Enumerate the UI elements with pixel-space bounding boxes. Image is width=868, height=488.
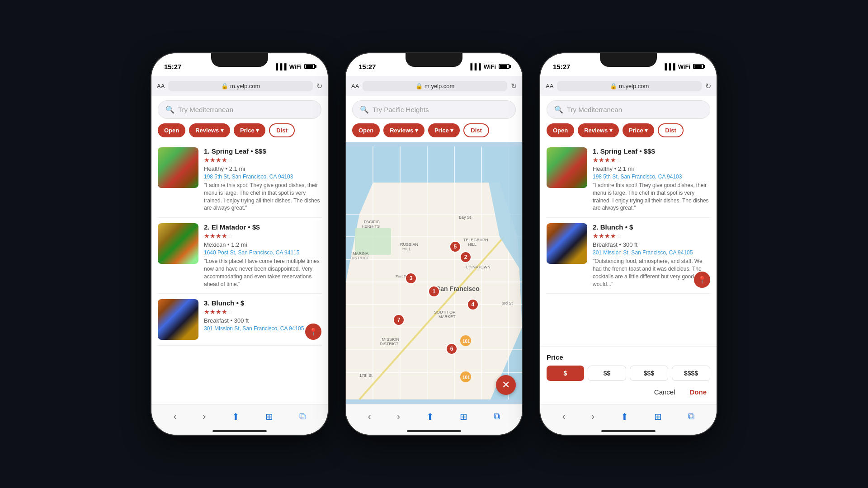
- filter-open-left[interactable]: Open: [158, 123, 185, 137]
- map-pin-6[interactable]: 6: [446, 343, 458, 355]
- filter-price-left[interactable]: Price ▾: [234, 123, 265, 137]
- bookmarks-btn-middle[interactable]: ⊞: [456, 409, 471, 424]
- bookmarks-btn-left[interactable]: ⊞: [262, 409, 277, 424]
- browser-bar-left[interactable]: AA 🔒 m.yelp.com ↻: [151, 76, 328, 96]
- svg-text:HEIGHTS: HEIGHTS: [362, 224, 380, 229]
- svg-text:MARKET: MARKET: [439, 314, 456, 319]
- lock-icon-left: 🔒: [221, 83, 228, 89]
- restaurant-item-left-3[interactable]: 3. Blunch • $ ★★★★☆ Breakfast • 300 ft 3…: [158, 294, 321, 346]
- map-pin-3[interactable]: 3: [405, 272, 417, 284]
- browser-url-right[interactable]: 🔒 m.yelp.com: [557, 81, 702, 91]
- filter-reviews-left[interactable]: Reviews ▾: [189, 123, 230, 137]
- price-btn-1[interactable]: $: [547, 366, 584, 381]
- time-left: 15:27: [164, 63, 181, 70]
- svg-text:DISTRICT: DISTRICT: [380, 342, 399, 346]
- stars-left-3: ★★★★☆: [204, 308, 321, 315]
- back-btn-left[interactable]: ‹: [170, 409, 180, 423]
- reload-button-middle[interactable]: ↻: [511, 82, 517, 90]
- map-pin-5[interactable]: 5: [449, 241, 461, 253]
- search-icon-middle: 🔍: [360, 105, 369, 114]
- restaurant-name-left-1: 1. Spring Leaf • $$$: [204, 147, 321, 155]
- signal-icon-right: ▐▐▐: [663, 63, 675, 70]
- reload-button-left[interactable]: ↻: [316, 82, 322, 90]
- svg-text:HILL: HILL: [402, 247, 411, 251]
- filter-reviews-middle[interactable]: Reviews ▾: [383, 123, 425, 137]
- tabs-btn-middle[interactable]: ⧉: [490, 409, 504, 423]
- svg-text:DISTRICT: DISTRICT: [350, 256, 369, 260]
- filter-open-middle[interactable]: Open: [352, 123, 380, 137]
- filter-price-right[interactable]: Price ▾: [623, 123, 654, 137]
- price-btn-3[interactable]: $$$: [630, 366, 668, 381]
- svg-text:3rd St: 3rd St: [502, 301, 513, 305]
- forward-btn-middle[interactable]: ›: [393, 409, 404, 423]
- address-right-2: 301 Mission St, San Francisco, CA 94105: [593, 249, 710, 256]
- filter-price-middle[interactable]: Price ▾: [428, 123, 460, 137]
- price-cancel-btn[interactable]: Cancel: [651, 386, 679, 398]
- content-middle: 🔍 Try Pacific Heights Open Reviews ▾ Pri…: [346, 96, 522, 404]
- svg-text:MISSION: MISSION: [382, 337, 399, 342]
- restaurant-img-right-1: [547, 147, 587, 188]
- search-input-left[interactable]: 🔍 Try Mediterranean: [158, 100, 321, 119]
- browser-bar-middle[interactable]: AA 🔒 m.yelp.com ↻: [346, 76, 522, 96]
- back-btn-middle[interactable]: ‹: [364, 409, 375, 423]
- cuisine-left-2: Mexican • 1.2 mi: [204, 241, 321, 248]
- price-btn-2[interactable]: $$: [588, 366, 626, 381]
- map-pin-1[interactable]: 1: [428, 286, 440, 297]
- map-close-btn[interactable]: ✕: [496, 375, 516, 395]
- map-pin-4[interactable]: 4: [467, 299, 479, 310]
- search-bar-left[interactable]: 🔍 Try Mediterranean: [151, 96, 328, 123]
- svg-rect-17: [355, 228, 391, 255]
- review-right-2: "Outstanding food, atmosphere, and staff…: [593, 258, 710, 288]
- browser-url-middle[interactable]: 🔒 m.yelp.com: [363, 81, 507, 91]
- forward-btn-left[interactable]: ›: [199, 409, 209, 423]
- stars-right-1: ★★★★☆: [593, 156, 710, 164]
- filter-dist-middle[interactable]: Dist: [463, 123, 489, 137]
- home-indicator-middle: [407, 430, 461, 432]
- search-placeholder-left: Try Mediterranean: [178, 106, 233, 113]
- cuisine-right-2: Breakfast • 300 ft: [593, 241, 710, 248]
- map-pin-7[interactable]: 7: [393, 314, 405, 326]
- forward-btn-right[interactable]: ›: [588, 409, 598, 423]
- browser-aa-middle[interactable]: AA: [351, 83, 359, 89]
- screen-right: 15:27 ▐▐▐ WiFi AA 🔒 m.yelp.com ↻ 🔍 Try M…: [540, 53, 717, 435]
- search-bar-right[interactable]: 🔍 Try Mediterranean: [540, 96, 717, 123]
- phone-right: 15:27 ▐▐▐ WiFi AA 🔒 m.yelp.com ↻ 🔍 Try M…: [540, 53, 717, 435]
- price-btn-4[interactable]: $$$$: [672, 366, 710, 381]
- browser-bar-right[interactable]: AA 🔒 m.yelp.com ↻: [540, 76, 717, 96]
- search-input-middle[interactable]: 🔍 Try Pacific Heights: [352, 100, 516, 119]
- wifi-icon-left: WiFi: [289, 63, 302, 70]
- restaurant-item-left-1[interactable]: 1. Spring Leaf • $$$ ★★★★☆ Healthy • 2.1…: [158, 142, 321, 218]
- restaurant-item-right-1[interactable]: 1. Spring Leaf • $$$ ★★★★☆ Healthy • 2.1…: [547, 142, 710, 218]
- tabs-btn-right[interactable]: ⧉: [684, 409, 698, 423]
- reload-button-right[interactable]: ↻: [705, 82, 711, 90]
- filter-reviews-right[interactable]: Reviews ▾: [578, 123, 619, 137]
- back-btn-right[interactable]: ‹: [559, 409, 569, 423]
- svg-text:San Francisco: San Francisco: [436, 285, 480, 292]
- filter-dist-left[interactable]: Dist: [269, 123, 295, 137]
- time-middle: 15:27: [359, 63, 376, 70]
- price-filter-label: Price: [547, 353, 710, 361]
- svg-text:RUSSIAN: RUSSIAN: [400, 242, 418, 247]
- share-btn-right[interactable]: ⬆: [617, 409, 632, 424]
- restaurant-item-left-2[interactable]: 2. El Matador • $$ ★★★★☆ Mexican • 1.2 m…: [158, 218, 321, 294]
- filter-open-right[interactable]: Open: [547, 123, 574, 137]
- restaurant-info-left-3: 3. Blunch • $ ★★★★☆ Breakfast • 300 ft 3…: [204, 299, 321, 340]
- filter-dist-right[interactable]: Dist: [658, 123, 684, 137]
- bookmarks-btn-right[interactable]: ⊞: [651, 409, 665, 424]
- price-filter-overlay: Price $ $$ $$$ $$$$ Cancel Done: [540, 347, 717, 404]
- restaurant-item-right-2[interactable]: 2. Blunch • $ ★★★★☆ Breakfast • 300 ft 3…: [547, 218, 710, 294]
- search-input-right[interactable]: 🔍 Try Mediterranean: [547, 100, 710, 119]
- review-left-1: "I admire this spot! They give good dish…: [204, 182, 321, 212]
- svg-text:CHINATOWN: CHINATOWN: [466, 265, 491, 269]
- address-right-1: 198 5th St, San Francisco, CA 94103: [593, 174, 710, 180]
- share-btn-left[interactable]: ⬆: [228, 409, 243, 424]
- browser-url-left[interactable]: 🔒 m.yelp.com: [168, 81, 313, 91]
- search-bar-middle[interactable]: 🔍 Try Pacific Heights: [346, 96, 522, 123]
- price-done-btn[interactable]: Done: [686, 386, 711, 398]
- browser-aa-left[interactable]: AA: [157, 83, 165, 89]
- map-pin-2[interactable]: 2: [460, 251, 472, 263]
- time-right: 15:27: [553, 63, 570, 70]
- browser-aa-right[interactable]: AA: [546, 83, 553, 89]
- share-btn-middle[interactable]: ⬆: [423, 409, 438, 424]
- tabs-btn-left[interactable]: ⧉: [296, 409, 309, 423]
